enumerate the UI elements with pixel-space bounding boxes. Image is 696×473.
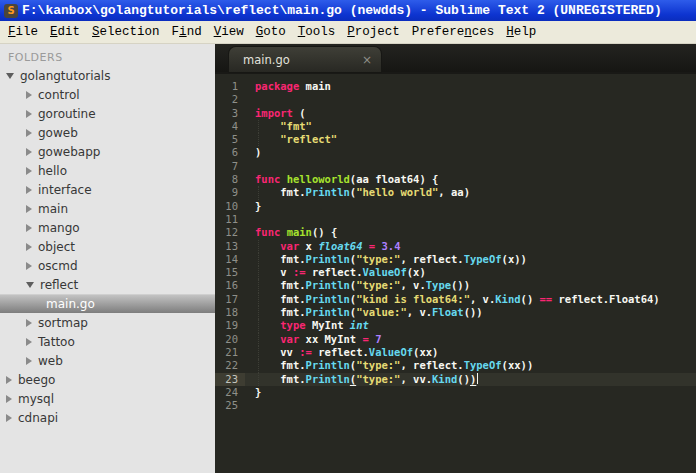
code-line-24[interactable]: 24} <box>215 386 696 399</box>
line-number[interactable]: 3 <box>215 107 245 120</box>
line-number[interactable]: 25 <box>215 399 245 412</box>
code-line-5[interactable]: 5 "reflect" <box>215 133 696 146</box>
code-line-11[interactable]: 11 <box>215 213 696 226</box>
sidebar-item-beego[interactable]: beego <box>0 370 215 389</box>
line-number[interactable]: 17 <box>215 293 245 306</box>
line-number[interactable]: 16 <box>215 279 245 292</box>
code-line-18[interactable]: 18 fmt.Println("value:", v.Float()) <box>215 306 696 319</box>
line-number[interactable]: 24 <box>215 386 245 399</box>
menu-item-preferences[interactable]: Preferences <box>406 21 501 44</box>
line-number[interactable]: 21 <box>215 346 245 359</box>
triangle-collapsed-icon[interactable] <box>26 110 32 118</box>
triangle-collapsed-icon[interactable] <box>26 357 32 365</box>
triangle-collapsed-icon[interactable] <box>6 414 12 422</box>
sublime-app-icon[interactable]: S <box>4 4 18 18</box>
code-line-22[interactable]: 22 fmt.Println("type:", reflect.TypeOf(x… <box>215 359 696 372</box>
line-number[interactable]: 19 <box>215 319 245 332</box>
triangle-collapsed-icon[interactable] <box>26 205 32 213</box>
code-line-4[interactable]: 4 "fmt" <box>215 120 696 133</box>
sidebar-item-main[interactable]: main <box>0 199 215 218</box>
code-line-9[interactable]: 9 fmt.Println("hello world", aa) <box>215 186 696 199</box>
code-line-14[interactable]: 14 fmt.Println("type:", reflect.TypeOf(x… <box>215 253 696 266</box>
tab-close-icon[interactable]: × <box>362 53 372 67</box>
code-line-25[interactable]: 25 <box>215 399 696 412</box>
line-number[interactable]: 8 <box>215 173 245 186</box>
sidebar-item-gowebapp[interactable]: gowebapp <box>0 142 215 161</box>
sidebar-item-object[interactable]: object <box>0 237 215 256</box>
code-line-6[interactable]: 6) <box>215 146 696 159</box>
menu-item-selection[interactable]: Selection <box>86 21 166 44</box>
code-area[interactable]: 1package main23import (4 "fmt"5 "reflect… <box>215 74 696 473</box>
code-line-8[interactable]: 8func helloworld(aa float64) { <box>215 173 696 186</box>
line-number[interactable]: 18 <box>215 306 245 319</box>
triangle-collapsed-icon[interactable] <box>6 395 12 403</box>
triangle-collapsed-icon[interactable] <box>26 148 32 156</box>
sidebar-item-reflect[interactable]: reflect <box>0 275 215 294</box>
line-number[interactable]: 6 <box>215 146 245 159</box>
sidebar-item-mysql[interactable]: mysql <box>0 389 215 408</box>
triangle-collapsed-icon[interactable] <box>26 262 32 270</box>
line-number[interactable]: 13 <box>215 240 245 253</box>
triangle-collapsed-icon[interactable] <box>26 186 32 194</box>
sidebar-item-mango[interactable]: mango <box>0 218 215 237</box>
code-line-15[interactable]: 15 v := reflect.ValueOf(x) <box>215 266 696 279</box>
tab-main-go[interactable]: main.go × <box>229 47 381 72</box>
menu-item-tools[interactable]: Tools <box>292 21 342 44</box>
menu-item-help[interactable]: Help <box>500 21 542 44</box>
sidebar-item-cdnapi[interactable]: cdnapi <box>0 408 215 427</box>
sidebar-item-interface[interactable]: interface <box>0 180 215 199</box>
line-number[interactable]: 4 <box>215 120 245 133</box>
line-number[interactable]: 15 <box>215 266 245 279</box>
menu-item-find[interactable]: Find <box>166 21 208 44</box>
triangle-collapsed-icon[interactable] <box>26 338 32 346</box>
code-line-21[interactable]: 21 vv := reflect.ValueOf(xx) <box>215 346 696 359</box>
code-line-19[interactable]: 19 type MyInt int <box>215 319 696 332</box>
line-number[interactable]: 7 <box>215 160 245 173</box>
triangle-expanded-icon[interactable] <box>26 282 34 288</box>
code-line-3[interactable]: 3import ( <box>215 107 696 120</box>
code-line-1[interactable]: 1package main <box>215 80 696 93</box>
triangle-collapsed-icon[interactable] <box>26 129 32 137</box>
sidebar-item-control[interactable]: control <box>0 85 215 104</box>
line-number[interactable]: 22 <box>215 359 245 372</box>
sidebar-item-sortmap[interactable]: sortmap <box>0 313 215 332</box>
menu-item-view[interactable]: View <box>208 21 250 44</box>
line-number[interactable]: 11 <box>215 213 245 226</box>
line-number[interactable]: 1 <box>215 80 245 93</box>
line-number[interactable]: 5 <box>215 133 245 146</box>
code-line-7[interactable]: 7 <box>215 160 696 173</box>
code-line-13[interactable]: 13 var x float64 = 3.4 <box>215 240 696 253</box>
menu-item-edit[interactable]: Edit <box>44 21 86 44</box>
line-number[interactable]: 2 <box>215 93 245 106</box>
sidebar-item-hello[interactable]: hello <box>0 161 215 180</box>
line-number[interactable]: 14 <box>215 253 245 266</box>
triangle-collapsed-icon[interactable] <box>26 243 32 251</box>
triangle-collapsed-icon[interactable] <box>26 91 32 99</box>
menu-item-file[interactable]: File <box>2 21 44 44</box>
line-number[interactable]: 10 <box>215 200 245 213</box>
menu-item-goto[interactable]: Goto <box>250 21 292 44</box>
sidebar-item-web[interactable]: web <box>0 351 215 370</box>
menu-item-project[interactable]: Project <box>341 21 406 44</box>
code-line-17[interactable]: 17 fmt.Println("kind is float64:", v.Kin… <box>215 293 696 306</box>
code-line-12[interactable]: 12func main() { <box>215 226 696 239</box>
code-line-23[interactable]: 23 fmt.Println("type:", vv.Kind()) <box>215 373 696 386</box>
line-number[interactable]: 9 <box>215 186 245 199</box>
line-number[interactable]: 20 <box>215 333 245 346</box>
sidebar-item-golangtutorials[interactable]: golangtutorials <box>0 66 215 85</box>
triangle-collapsed-icon[interactable] <box>26 224 32 232</box>
code-line-10[interactable]: 10} <box>215 200 696 213</box>
code-line-20[interactable]: 20 var xx MyInt = 7 <box>215 333 696 346</box>
sidebar-item-oscmd[interactable]: oscmd <box>0 256 215 275</box>
code-line-2[interactable]: 2 <box>215 93 696 106</box>
line-number[interactable]: 23 <box>215 373 245 386</box>
sidebar-item-main-go[interactable]: main.go <box>0 294 215 313</box>
triangle-collapsed-icon[interactable] <box>26 167 32 175</box>
triangle-collapsed-icon[interactable] <box>6 376 12 384</box>
triangle-expanded-icon[interactable] <box>6 73 14 79</box>
triangle-collapsed-icon[interactable] <box>26 319 32 327</box>
code-line-16[interactable]: 16 fmt.Println("type:", v.Type()) <box>215 279 696 292</box>
sidebar-item-goroutine[interactable]: goroutine <box>0 104 215 123</box>
sidebar-item-goweb[interactable]: goweb <box>0 123 215 142</box>
sidebar-item-tattoo[interactable]: Tattoo <box>0 332 215 351</box>
